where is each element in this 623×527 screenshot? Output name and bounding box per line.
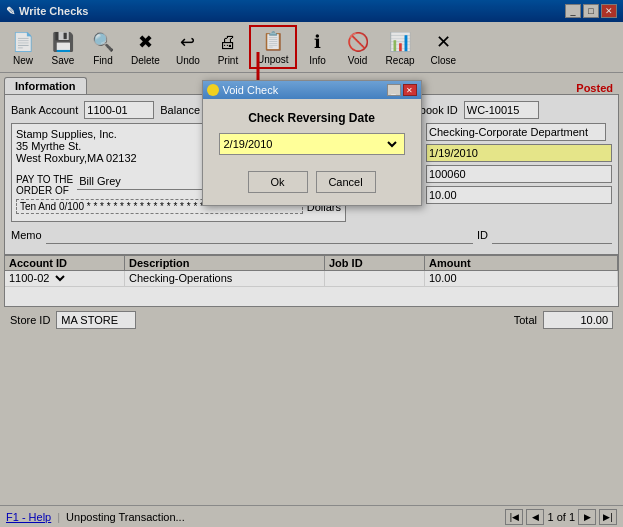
modal-title-text: Void Check bbox=[223, 84, 279, 96]
modal-titlebar: Void Check _ ✕ bbox=[203, 81, 421, 99]
modal-date-container: ▼ bbox=[219, 133, 405, 155]
modal-date-label: Check Reversing Date bbox=[219, 111, 405, 125]
modal-overlay: Void Check _ ✕ Check Reversing Date ▼ Ok bbox=[0, 0, 623, 527]
ok-button[interactable]: Ok bbox=[248, 171, 308, 193]
modal-close-button[interactable]: ✕ bbox=[403, 84, 417, 96]
modal-buttons: Ok Cancel bbox=[219, 171, 405, 193]
cancel-button[interactable]: Cancel bbox=[316, 171, 376, 193]
modal-date-dropdown[interactable]: ▼ bbox=[380, 138, 400, 151]
modal-body: Check Reversing Date ▼ Ok Cancel bbox=[203, 99, 421, 205]
void-check-dialog: Void Check _ ✕ Check Reversing Date ▼ Ok bbox=[202, 80, 422, 206]
modal-title-icon bbox=[207, 84, 219, 96]
modal-minimize-button[interactable]: _ bbox=[387, 84, 401, 96]
modal-date-input[interactable] bbox=[224, 138, 380, 150]
